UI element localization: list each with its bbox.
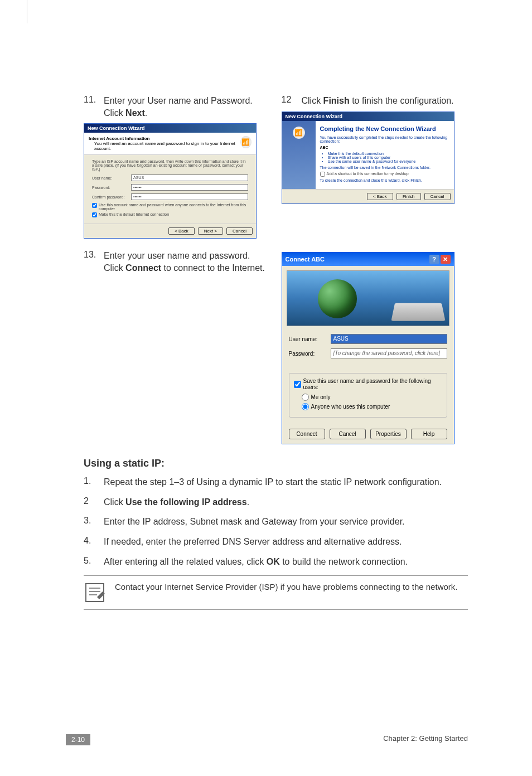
use-account-label: Use this account name and password when … xyxy=(99,203,248,211)
chapter-label: Chapter 2: Getting Started xyxy=(383,734,468,745)
password-label: Password: xyxy=(92,186,131,190)
properties-button[interactable]: Properties xyxy=(370,429,407,439)
wizard-12-p3: To create the connection and close this … xyxy=(320,178,449,182)
static-1-text: Repeat the step 1–3 of Using a dynamic I… xyxy=(104,476,442,488)
shortcut-label: Add a shortcut to this connection to my … xyxy=(327,172,409,176)
confirm-password-label: Confirm password: xyxy=(92,195,131,199)
globe-icon xyxy=(318,279,357,318)
wizard-12-bullet: Share with all users of this computer xyxy=(328,156,449,159)
connect-abc-window: Connect ABC ? ✕ User name: ASUS xyxy=(282,252,454,444)
wizard-11-header-bold: Internet Account Information xyxy=(89,136,240,141)
conn-username-input[interactable]: ASUS xyxy=(331,334,447,344)
password-input[interactable]: •••••• xyxy=(131,184,248,191)
conn-password-label: Password: xyxy=(289,351,331,357)
confirm-password-input[interactable]: •••••• xyxy=(131,193,248,200)
page-number: 2-10 xyxy=(66,734,90,745)
connection-icon: 📶 xyxy=(240,136,252,148)
step-11-num: 11. xyxy=(84,95,104,119)
step-12-num: 12 xyxy=(282,95,302,107)
wizard-12-bullet: Use the same user name & password for ev… xyxy=(328,159,449,163)
next-button[interactable]: Next > xyxy=(198,227,223,235)
keyboard-icon xyxy=(391,303,445,321)
note-box: Contact your Internet Service Provider (… xyxy=(84,575,468,610)
static-2-num: 2 xyxy=(84,496,104,508)
static-ip-heading: Using a static IP: xyxy=(84,458,468,469)
anyone-radio[interactable] xyxy=(302,403,309,410)
save-user-label: Save this user name and password for the… xyxy=(303,378,442,390)
me-only-label: Me only xyxy=(311,394,331,400)
note-text: Contact your Internet Service Provider (… xyxy=(115,581,457,593)
shortcut-checkbox[interactable] xyxy=(320,172,325,177)
anyone-label: Anyone who uses this computer xyxy=(311,404,390,410)
username-label: User name: xyxy=(92,176,131,180)
wizard-11-header-sub: You will need an account name and passwo… xyxy=(89,141,240,151)
static-3-num: 3. xyxy=(84,516,104,528)
wizard-11-title: New Connection Wizard xyxy=(84,124,256,133)
username-input[interactable]: ASUS xyxy=(131,174,248,181)
close-icon[interactable]: ✕ xyxy=(441,255,451,264)
static-4-text: If needed, enter the preferred DNS Serve… xyxy=(104,536,402,548)
wizard-12-p2: The connection will be saved in the Netw… xyxy=(320,166,449,169)
help-button[interactable]: Help xyxy=(411,429,447,439)
me-only-radio[interactable] xyxy=(302,394,309,401)
wizard-12-bullet: Make this the default connection xyxy=(328,152,449,156)
note-icon xyxy=(84,581,106,604)
conn-password-input[interactable]: [To change the saved password, click her… xyxy=(331,348,447,358)
save-user-checkbox[interactable] xyxy=(294,381,301,388)
wizard-12-abc: ABC xyxy=(320,146,449,149)
static-2-text: Click Use the following IP address. xyxy=(104,496,249,508)
wizard-11-intro: Type an ISP account name and password, t… xyxy=(92,159,248,171)
step-13-num: 13. xyxy=(84,250,104,274)
connection-icon: 📶 xyxy=(293,127,305,139)
connect-image xyxy=(287,270,449,326)
static-1-num: 1. xyxy=(84,476,104,488)
cancel-button[interactable]: Cancel xyxy=(330,429,366,439)
connect-button[interactable]: Connect xyxy=(289,429,325,439)
step-13-text: Enter your user name and password. Click… xyxy=(104,250,270,274)
wizard-12-title: New Connection Wizard xyxy=(282,112,454,121)
static-4-num: 4. xyxy=(84,536,104,548)
use-account-checkbox[interactable] xyxy=(92,203,97,208)
conn-username-label: User name: xyxy=(289,336,331,342)
cancel-button[interactable]: Cancel xyxy=(424,193,451,200)
cancel-button[interactable]: Cancel xyxy=(226,227,253,235)
default-connection-label: Make this the default Internet connectio… xyxy=(99,212,169,216)
finish-button[interactable]: Finish xyxy=(396,193,421,200)
wizard-11-window: New Connection Wizard Internet Account I… xyxy=(84,123,257,239)
help-icon[interactable]: ? xyxy=(429,255,439,264)
connect-title: Connect ABC xyxy=(286,256,325,263)
wizard-12-p1: You have successfully completed the step… xyxy=(320,135,449,143)
wizard-12-heading: Completing the New Connection Wizard xyxy=(320,125,449,132)
back-button[interactable]: < Back xyxy=(367,193,393,200)
static-5-num: 5. xyxy=(84,556,104,568)
wizard-12-window: New Connection Wizard 📶 Completing the N… xyxy=(282,111,454,204)
step-11-text: Enter your User name and Password. Click… xyxy=(104,95,270,119)
step-12-text: Click Finish to finish the configuration… xyxy=(302,95,454,107)
static-3-text: Enter the IP address, Subnet mask and Ga… xyxy=(104,516,405,528)
default-connection-checkbox[interactable] xyxy=(92,212,97,217)
svg-rect-0 xyxy=(86,584,104,602)
static-5-text: After entering all the related values, c… xyxy=(104,556,408,568)
back-button[interactable]: < Back xyxy=(168,227,195,235)
